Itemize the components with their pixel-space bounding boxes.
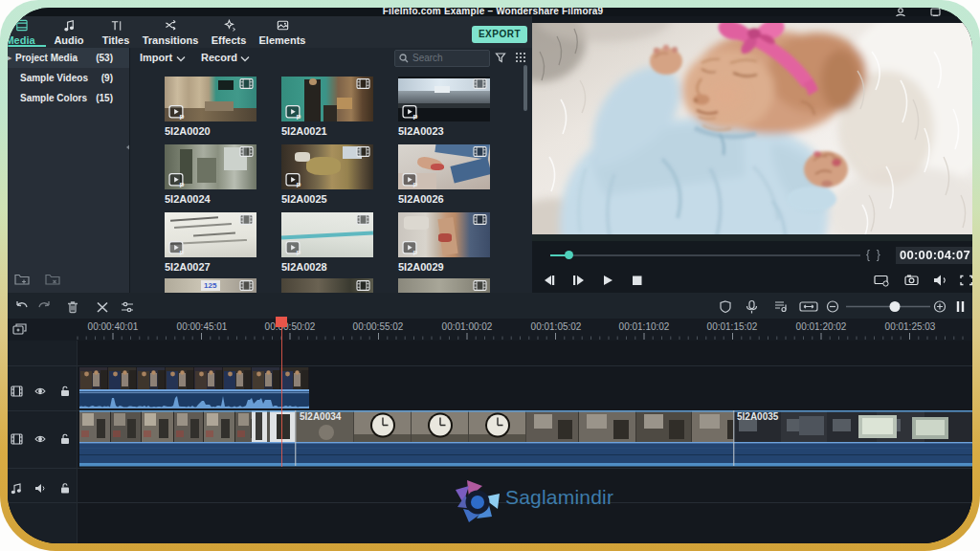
svg-text:5I2A0034: 5I2A0034	[300, 411, 342, 422]
svg-text:5I2A0035: 5I2A0035	[737, 411, 779, 422]
